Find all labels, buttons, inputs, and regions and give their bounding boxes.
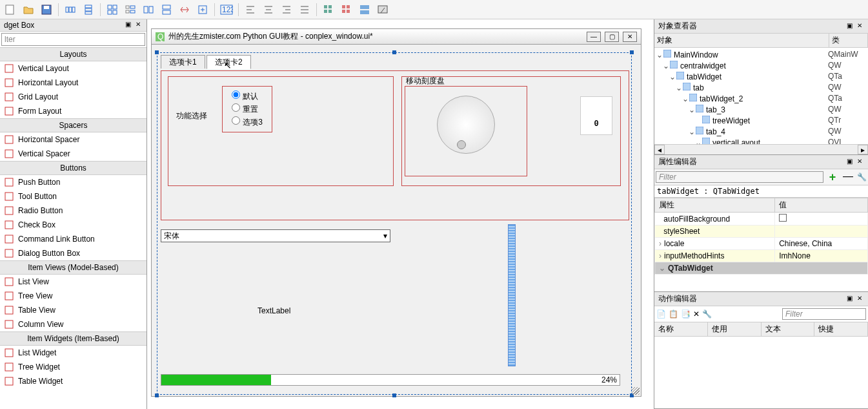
close-icon[interactable]: ✕ — [855, 158, 864, 167]
widget-item[interactable]: Table View — [0, 303, 146, 317]
widget-item[interactable]: Table Widget — [0, 374, 146, 388]
radio-reset[interactable]: 重置 — [232, 103, 263, 115]
toolbar-align3-icon[interactable] — [279, 2, 294, 17]
toolbar-grid-icon[interactable] — [105, 2, 120, 17]
toolbar-adjust-icon[interactable] — [195, 2, 210, 17]
widget-box-filter[interactable]: lter — [1, 33, 145, 46]
dial-knob[interactable] — [457, 140, 466, 149]
expander-icon[interactable]: ⌄ — [656, 50, 663, 59]
tree-row[interactable]: ⌄tabWidget_2QTa — [656, 93, 867, 104]
tree-row[interactable]: ⌄tabQW — [656, 82, 867, 93]
radio-default[interactable]: 默认 — [232, 90, 263, 102]
toolbar-splith-icon[interactable] — [141, 2, 156, 17]
close-icon[interactable]: ✕ — [134, 21, 143, 30]
form-window[interactable]: Q 州的先生zmister.com Python GUI教程 - conplex… — [151, 28, 641, 397]
dial-widget[interactable] — [437, 96, 495, 154]
maximize-icon[interactable]: ▢ — [605, 32, 619, 42]
widget-box-list[interactable]: LayoutsVertical LayoutHorizontal LayoutG… — [0, 47, 146, 409]
toolbar-align2-icon[interactable] — [261, 2, 276, 17]
widget-section-header[interactable]: Buttons — [0, 161, 146, 175]
tab-widget-outer[interactable]: 功能选择 默认 重置 选项3 移动刻度盘 — [161, 70, 629, 220]
col-property[interactable]: 属性 — [655, 198, 775, 213]
resize-handle[interactable] — [392, 50, 396, 54]
designer-canvas[interactable]: Q 州的先生zmister.com Python GUI教程 - conplex… — [147, 19, 654, 409]
tree-row[interactable]: ⌄tab_3QW — [656, 104, 867, 115]
widget-item[interactable]: Tree Widget — [0, 360, 146, 374]
widget-item[interactable]: Vertical Layout — [0, 61, 146, 76]
widget-item[interactable]: Push Button — [0, 175, 146, 189]
expander-icon[interactable]: ⌄ — [662, 61, 670, 70]
toolbar-hlayout-icon[interactable] — [63, 2, 78, 17]
toolbar-open-icon[interactable] — [21, 2, 36, 17]
resize-handle[interactable] — [392, 393, 396, 397]
pin-icon[interactable]: ▣ — [845, 295, 854, 304]
pin-icon[interactable]: ▣ — [845, 22, 854, 31]
widget-section-header[interactable]: Layouts — [0, 47, 146, 61]
groupbox-dial[interactable]: 移动刻度盘 0 — [401, 76, 621, 186]
toolbar-vlayout-icon[interactable] — [81, 2, 96, 17]
widget-item[interactable]: Dialog Button Box — [0, 246, 146, 260]
tree-row[interactable]: ⌄tabWidgetQTa — [656, 71, 867, 82]
wrench-icon[interactable]: 🔧 — [857, 173, 867, 182]
toolbar-num-icon[interactable]: 123 — [219, 2, 234, 17]
close-icon[interactable]: ✕ — [623, 32, 637, 42]
col-object[interactable]: 对象 — [654, 34, 829, 47]
property-group[interactable]: QTabWidget — [668, 264, 713, 273]
radio-option3[interactable]: 选项3 — [232, 116, 263, 128]
col-class[interactable]: 类 — [829, 34, 868, 47]
expander-icon[interactable]: ⌄ — [681, 94, 689, 103]
widget-section-header[interactable]: Item Views (Model-Based) — [0, 260, 146, 275]
property-filter[interactable]: Filter — [656, 171, 823, 183]
property-row[interactable]: styleSheet — [655, 225, 868, 238]
toolbar-mode3-icon[interactable] — [357, 2, 372, 17]
toolbar-mode1-icon[interactable] — [321, 2, 336, 17]
widget-item[interactable]: Tool Button — [0, 189, 146, 204]
design-surface[interactable]: 选项卡1 选项卡2 ↖ 功能选择 默认 重置 选项3 — [152, 45, 641, 396]
font-combo[interactable]: 宋体 ▾ — [161, 229, 390, 242]
toolbar-mode2-icon[interactable] — [339, 2, 354, 17]
expander-icon[interactable]: ⌄ — [688, 105, 696, 114]
new-action-icon[interactable]: 📄 — [656, 309, 666, 319]
col-used[interactable]: 使用 — [708, 322, 762, 336]
wrench-icon[interactable]: 🔧 — [702, 309, 712, 319]
widget-item[interactable]: Check Box — [0, 218, 146, 232]
property-row[interactable]: autoFillBackground — [655, 213, 868, 225]
resize-grip-icon[interactable] — [632, 387, 640, 395]
property-row[interactable]: ›localeChinese, China — [655, 238, 868, 250]
tab-1[interactable]: 选项卡1 — [161, 55, 205, 68]
widget-item[interactable]: Form Layout — [0, 104, 146, 118]
widget-item[interactable]: Grid Layout — [0, 90, 146, 104]
widget-item[interactable]: Command Link Button — [0, 232, 146, 246]
col-shortcut[interactable]: 快捷 — [814, 322, 868, 336]
resize-handle[interactable] — [155, 50, 159, 54]
widget-item[interactable]: Vertical Spacer — [0, 147, 146, 161]
resize-handle[interactable] — [155, 393, 159, 397]
tree-row[interactable]: ⌄MainWindowQMainW — [656, 49, 867, 60]
property-row[interactable]: ›inputMethodHintsImhNone — [655, 250, 868, 262]
widget-section-header[interactable]: Spacers — [0, 118, 146, 132]
widget-item[interactable]: Horizontal Spacer — [0, 132, 146, 147]
groupbox-features[interactable]: 功能选择 默认 重置 选项3 — [168, 76, 394, 186]
expander-icon[interactable]: ⌄ — [694, 138, 702, 144]
tree-row[interactable]: ⌄centralwidgetQW — [656, 60, 867, 71]
delete-action-icon[interactable]: ✕ — [693, 309, 700, 319]
tree-row[interactable]: ⌄tab_4QW — [656, 126, 867, 137]
widget-item[interactable]: List View — [0, 275, 146, 289]
col-value[interactable]: 值 — [775, 198, 868, 213]
toolbar-break-icon[interactable] — [177, 2, 192, 17]
toolbar-align1-icon[interactable] — [243, 2, 258, 17]
toolbar-align4-icon[interactable] — [297, 2, 312, 17]
widget-item[interactable]: Radio Button — [0, 204, 146, 218]
remove-property-icon[interactable]: — — [842, 171, 854, 184]
close-icon[interactable]: ✕ — [855, 22, 864, 31]
pin-icon[interactable]: ▣ — [123, 21, 132, 30]
widget-item[interactable]: Column View — [0, 317, 146, 331]
col-name[interactable]: 名称 — [654, 322, 708, 336]
property-table[interactable]: 属性值 autoFillBackground styleSheet›locale… — [654, 198, 868, 275]
resize-handle[interactable] — [630, 50, 634, 54]
action-filter[interactable]: Filter — [782, 308, 866, 320]
toolbar-splitv-icon[interactable] — [159, 2, 174, 17]
toolbar-save-icon[interactable] — [39, 2, 54, 17]
widget-item[interactable]: Tree View — [0, 289, 146, 303]
close-icon[interactable]: ✕ — [855, 295, 864, 304]
